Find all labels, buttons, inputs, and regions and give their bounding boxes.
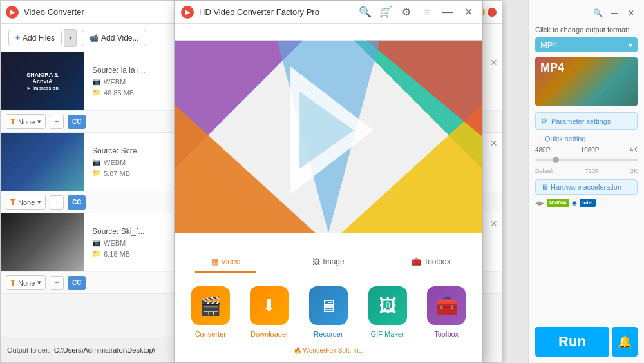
output-bar: Output folder: C:\Users\Administrator\De… bbox=[1, 337, 175, 362]
quality-options: 480P 1080P 4K bbox=[535, 146, 638, 153]
main-titlebar: ▶ HD Video Converter Factory Pro 🔍 🛒 ⚙ ≡… bbox=[175, 1, 482, 24]
main-window-title: HD Video Converter Factory Pro bbox=[199, 7, 357, 17]
parameter-settings-button[interactable]: ⚙ Parameter settings bbox=[535, 112, 638, 130]
menu-icon[interactable]: ≡ bbox=[419, 5, 435, 20]
tab-image[interactable]: 🖼 Image bbox=[277, 250, 379, 273]
format-icon: 📷 bbox=[92, 158, 101, 166]
nvidia-icon: ◀▶ bbox=[535, 200, 544, 206]
converter-icon: 🎬 bbox=[191, 286, 230, 325]
cart-icon[interactable]: 🛒 bbox=[378, 5, 393, 20]
tabs-row: ▦ Video 🖼 Image 🧰 Toolbox bbox=[175, 250, 482, 273]
tab-toolbox[interactable]: 🧰 Toolbox bbox=[380, 250, 482, 273]
arrow-icon: → bbox=[535, 135, 542, 142]
video-tab-icon: ▦ bbox=[211, 257, 218, 266]
gif-maker-icon: 🖼 bbox=[368, 286, 407, 325]
gif-maker-item[interactable]: 🖼 GIF Maker bbox=[368, 286, 407, 338]
add-subtitle-button[interactable]: + bbox=[50, 276, 64, 290]
close-icon[interactable]: ✕ bbox=[625, 6, 638, 19]
gif-maker-label: GIF Maker bbox=[371, 330, 404, 338]
video-tab-label: Video bbox=[221, 257, 240, 266]
slider-thumb bbox=[553, 157, 559, 163]
output-format-label: Click to change output format: bbox=[535, 26, 638, 34]
main-titlebar-buttons: 🔍 🛒 ⚙ ≡ — ✕ bbox=[357, 5, 476, 20]
add-video-button[interactable]: 📹 Add Vide... bbox=[82, 30, 146, 46]
subtitle-select[interactable]: T None ▾ bbox=[6, 114, 46, 129]
intel-icon: ◉ bbox=[572, 200, 577, 206]
plus-icon: + bbox=[15, 34, 20, 43]
main-window: ▶ HD Video Converter Factory Pro 🔍 🛒 ⚙ ≡… bbox=[174, 0, 483, 363]
recorder-label: Recorder bbox=[314, 330, 343, 338]
add-files-button[interactable]: + Add Files bbox=[8, 30, 62, 46]
subtitle-select[interactable]: T None ▾ bbox=[6, 275, 46, 290]
toolbox-label: Toolbox bbox=[434, 330, 459, 338]
toolbox-tab-label: Toolbox bbox=[424, 257, 450, 266]
run-button[interactable]: Run bbox=[535, 327, 609, 357]
size-icon: 📁 bbox=[92, 250, 101, 258]
converter-item[interactable]: 🎬 Converter bbox=[191, 286, 230, 338]
format-icon: 📷 bbox=[92, 77, 101, 86]
close-icon[interactable]: ✕ bbox=[460, 5, 476, 20]
video-icon: 📹 bbox=[89, 34, 99, 43]
icons-grid: 🎬 Converter ⬇ Downloader 🖥 Recorder bbox=[175, 273, 482, 344]
subtitle-select[interactable]: T None ▾ bbox=[6, 195, 46, 210]
geometric-background bbox=[175, 24, 482, 250]
quality-4k: 4K bbox=[630, 146, 638, 153]
add-subtitle-button[interactable]: + bbox=[50, 195, 64, 210]
slider-track bbox=[535, 159, 638, 161]
size-icon: 📁 bbox=[92, 169, 101, 177]
file-thumbnail: SHAKIRA & AcnviA► Impression bbox=[1, 52, 84, 110]
cc-button[interactable]: CC bbox=[68, 276, 86, 290]
file-thumbnail bbox=[1, 213, 84, 271]
file-close-button[interactable]: ✕ bbox=[486, 133, 502, 191]
label-default: Default bbox=[535, 168, 554, 174]
hardware-acceleration-button[interactable]: 🖥 Hardware acceleration bbox=[535, 179, 638, 195]
cc-button[interactable]: CC bbox=[68, 195, 86, 210]
add-files-dropdown[interactable]: ▾ bbox=[64, 29, 77, 47]
file-close-button[interactable]: ✕ bbox=[486, 213, 502, 271]
mp4-preview: MP4 bbox=[535, 57, 638, 106]
format-select[interactable]: MP4 ▾ bbox=[535, 37, 638, 52]
minimize-icon[interactable]: — bbox=[440, 5, 455, 20]
settings-icon[interactable]: ⚙ bbox=[399, 5, 414, 20]
brand-text: WonderFox Soft, Inc. bbox=[303, 347, 364, 354]
alarm-button[interactable]: 🔔 bbox=[612, 327, 638, 357]
recorder-icon: 🖥 bbox=[309, 286, 348, 325]
mp4-format-label: MP4 bbox=[540, 61, 564, 75]
search-icon[interactable]: 🔍 bbox=[357, 5, 373, 20]
right-panel-titlebar: 🔍 — ✕ bbox=[535, 6, 638, 19]
output-path: C:\Users\Administrator\Desktop\ bbox=[54, 346, 155, 354]
quality-1080p: 1080P bbox=[581, 146, 600, 153]
format-value: MP4 bbox=[540, 40, 558, 50]
cc-button[interactable]: CC bbox=[68, 115, 86, 129]
output-folder-label: Output folder: bbox=[7, 346, 50, 354]
file-close-button[interactable]: ✕ bbox=[486, 52, 502, 110]
search-icon[interactable]: 🔍 bbox=[591, 6, 604, 19]
image-tab-label: Image bbox=[323, 257, 344, 266]
quality-slider[interactable] bbox=[535, 155, 638, 165]
recorder-item[interactable]: 🖥 Recorder bbox=[309, 286, 348, 338]
main-app-icon: ▶ bbox=[181, 6, 194, 19]
label-2k: 2K bbox=[630, 168, 638, 174]
tab-video[interactable]: ▦ Video bbox=[175, 250, 277, 273]
toolbox-item[interactable]: 🧰 Toolbox bbox=[427, 286, 466, 338]
downloader-label: Downloader bbox=[251, 330, 289, 338]
minimize-icon[interactable]: — bbox=[608, 6, 621, 19]
intel-badge: Intel bbox=[580, 199, 595, 207]
hw-icon: 🖥 bbox=[541, 183, 548, 191]
toolbox-icon: 🧰 bbox=[427, 286, 466, 325]
add-subtitle-button[interactable]: + bbox=[50, 115, 64, 129]
format-dropdown-arrow: ▾ bbox=[629, 41, 632, 50]
downloader-item[interactable]: ⬇ Downloader bbox=[250, 286, 289, 338]
label-720p: 720P bbox=[585, 168, 599, 174]
gpu-badges: ◀▶ NVIDIA ◉ Intel bbox=[535, 199, 638, 207]
brand-icon: 🔥 bbox=[294, 347, 301, 354]
footer-brand: 🔥 WonderFox Soft, Inc. bbox=[175, 344, 482, 357]
quality-480p: 480P bbox=[535, 146, 550, 153]
size-icon: 📁 bbox=[92, 88, 101, 97]
quick-setting-label: → Quick setting bbox=[535, 135, 638, 142]
downloader-icon: ⬇ bbox=[250, 286, 289, 325]
converter-label: Converter bbox=[195, 330, 226, 338]
close-button[interactable] bbox=[488, 8, 497, 17]
hero-area bbox=[175, 24, 482, 250]
toolbox-tab-icon: 🧰 bbox=[412, 257, 421, 266]
